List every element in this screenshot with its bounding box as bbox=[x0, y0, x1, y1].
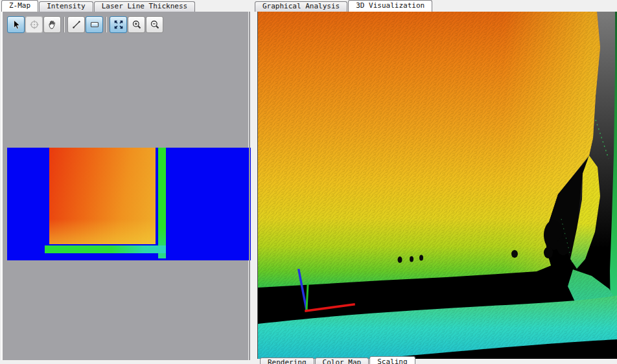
tab-laser-line-thickness[interactable]: Laser Line Thickness bbox=[94, 1, 195, 12]
rectangle-roi-button[interactable] bbox=[86, 16, 103, 33]
center-point-button bbox=[25, 16, 43, 33]
left-tabbar: Z-Map Intensity Laser Line Thickness bbox=[1, 0, 196, 12]
tab-z-map[interactable]: Z-Map bbox=[1, 0, 38, 12]
zoom-out-button[interactable] bbox=[146, 16, 163, 33]
zmap-green-edge-stripe bbox=[158, 148, 166, 258]
tab-intensity[interactable]: Intensity bbox=[39, 1, 93, 12]
fit-view-button[interactable] bbox=[110, 16, 127, 33]
pan-button[interactable] bbox=[43, 16, 61, 33]
point-cloud-3d-viewport[interactable] bbox=[257, 12, 617, 359]
tab-color-map[interactable]: Color Map bbox=[315, 358, 369, 364]
zoom-in-button[interactable] bbox=[128, 16, 145, 33]
pan-hand-icon bbox=[47, 19, 58, 30]
cursor-arrow-icon bbox=[11, 19, 21, 30]
rectangle-tool-icon bbox=[89, 19, 100, 30]
zmap-toolbar bbox=[7, 16, 164, 33]
crosshair-icon bbox=[29, 19, 40, 30]
toolbar-separator bbox=[62, 16, 67, 33]
toolbar-separator bbox=[104, 16, 110, 33]
y-axis bbox=[307, 284, 308, 310]
line-tool-icon bbox=[71, 19, 82, 30]
select-cursor-button[interactable] bbox=[7, 16, 25, 33]
tab-graphical-analysis[interactable]: Graphical Analysis bbox=[255, 1, 347, 12]
fit-view-icon bbox=[113, 19, 124, 30]
view3d-settings-tabbar: Rendering Color Map Scaling bbox=[260, 358, 416, 364]
point-cloud-render bbox=[258, 12, 617, 359]
zmap-image-viewport[interactable] bbox=[7, 148, 251, 260]
zoom-out-icon bbox=[150, 19, 160, 30]
zmap-heatmap-region bbox=[49, 148, 156, 244]
application-window: Z-Map Intensity Laser Line Thickness Gra… bbox=[0, 0, 617, 364]
tab-rendering[interactable]: Rendering bbox=[260, 358, 314, 364]
line-profile-button[interactable] bbox=[67, 16, 85, 33]
tab-scaling[interactable]: Scaling bbox=[369, 356, 415, 364]
tab-3d-visualization[interactable]: 3D Visualization bbox=[348, 0, 432, 12]
right-tabbar: Graphical Analysis 3D Visualization bbox=[255, 0, 433, 12]
zmap-panel bbox=[1, 12, 248, 360]
zmap-green-bottom-band bbox=[45, 245, 166, 253]
panel-splitter[interactable] bbox=[249, 12, 250, 360]
zoom-in-icon bbox=[132, 19, 142, 30]
